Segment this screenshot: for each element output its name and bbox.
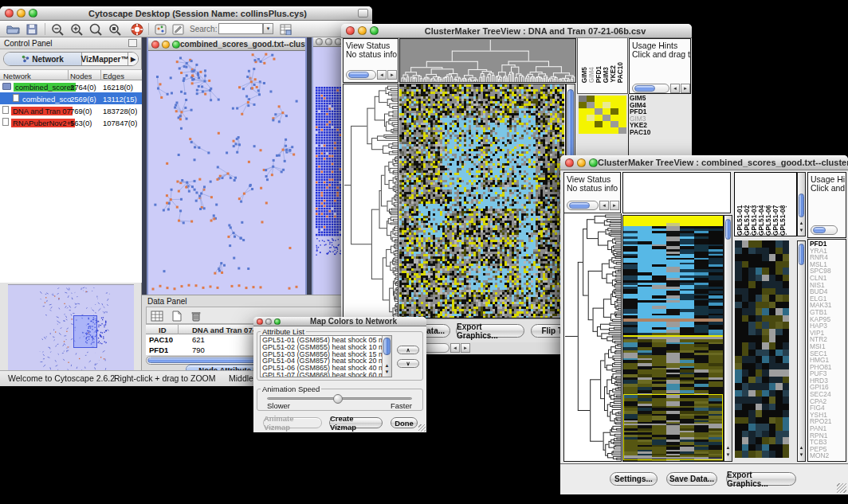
zoom-fit-icon[interactable] <box>88 22 104 36</box>
zoom-window-button[interactable] <box>172 41 180 49</box>
search-dropdown-button[interactable]: ▼ <box>263 23 273 34</box>
minimize-button[interactable] <box>358 26 367 35</box>
matrix-cell <box>603 96 610 102</box>
resize-grip[interactable] <box>837 483 846 493</box>
minimize-button[interactable] <box>17 9 26 18</box>
tab-more-button[interactable]: ▶ <box>128 53 138 65</box>
zoom-window-button[interactable] <box>274 318 281 325</box>
network-row-combined-scores-selected[interactable]: combined_sco 2569(6) 13112(15) <box>0 92 142 104</box>
network-row-combined-scores-parent[interactable]: combined_scores 2764(0) 16218(0) <box>0 80 142 92</box>
zoom-window-button[interactable] <box>589 158 598 167</box>
treeview2-column-labels-vscrollbar[interactable]: ▲ ▼ <box>797 172 806 236</box>
zoom-selected-icon[interactable] <box>107 22 123 36</box>
network-row-dna-tran[interactable]: DNA and Tran 07 769(0) 183728(0) <box>0 104 142 116</box>
help-lifebuoy-icon[interactable] <box>129 22 145 36</box>
delete-attribute-trash-icon[interactable] <box>188 309 204 322</box>
scroll-right-button[interactable]: ► <box>681 84 690 93</box>
network-canvas[interactable] <box>148 51 305 295</box>
resize-grip[interactable] <box>418 424 426 432</box>
save-data-button[interactable]: Save Data... <box>666 472 717 486</box>
float-panel-icon[interactable] <box>128 39 137 47</box>
scroll-left-button[interactable]: ◄ <box>670 84 680 93</box>
close-button[interactable] <box>316 38 323 45</box>
slider-thumb[interactable] <box>333 394 343 404</box>
column-label: PAC10 <box>617 62 624 83</box>
network-view-window-1[interactable]: combined_scores_good.txt--cluste... <box>147 37 307 296</box>
zoom-in-icon[interactable] <box>69 22 84 36</box>
scroll-left-button[interactable]: ◄ <box>450 343 460 353</box>
search-input[interactable] <box>218 23 263 34</box>
network-table-header[interactable]: Network Nodes Edges <box>0 69 142 80</box>
birdseye-view-icon[interactable] <box>152 22 168 36</box>
export-graphics-button[interactable]: Export Graphics... <box>456 324 524 338</box>
dialog-title-bar[interactable]: Map Colors to Network <box>253 317 426 326</box>
control-panel-title: Control Panel <box>4 39 53 48</box>
birdseye-selection-rect[interactable] <box>73 315 97 348</box>
new-attribute-icon[interactable] <box>169 309 185 322</box>
column-label: GIM3 <box>603 67 610 83</box>
tab-network[interactable]: Network <box>4 53 82 65</box>
annotation-icon[interactable] <box>170 22 186 36</box>
treeview2-zoom-vscrollbar[interactable]: ▲ ▼ <box>797 240 806 462</box>
close-button[interactable] <box>565 158 574 167</box>
matrix-cell <box>595 108 603 115</box>
close-button[interactable] <box>257 318 263 325</box>
zoom-out-icon[interactable] <box>49 22 65 36</box>
status-welcome: Welcome to Cytoscape 2.6.2 <box>8 373 115 383</box>
minimize-button[interactable] <box>577 158 586 167</box>
treeview2-usage-hints-panel: Usage Hints Click and drag to <box>807 172 846 238</box>
view-status-scrollbar[interactable] <box>346 70 376 80</box>
matrix-cell <box>595 121 603 127</box>
open-session-button[interactable] <box>5 22 21 36</box>
treeview2-zoom-heatmap[interactable] <box>735 240 789 458</box>
zoom-window-button[interactable] <box>370 26 379 35</box>
treeview1-title: ClusterMaker TreeView : DNA and Tran 07-… <box>379 26 692 36</box>
usage-hints-scrollbar[interactable] <box>632 84 669 93</box>
create-vizmap-button[interactable]: Create Vizmap <box>329 417 383 428</box>
toolbar-toggle-icon[interactable] <box>358 9 368 18</box>
save-session-button[interactable] <box>24 22 40 36</box>
animate-vizmap-button[interactable]: Animate Vizmap <box>263 417 322 428</box>
usage-hints-scrollbar[interactable] <box>811 225 838 235</box>
minimize-button[interactable] <box>162 41 170 49</box>
treeview1-row-dendrogram[interactable] <box>343 84 398 318</box>
scroll-left-button[interactable]: ◄ <box>599 201 609 210</box>
export-graphics-button[interactable]: Export Graphics... <box>726 472 796 486</box>
move-down-button[interactable]: ∨ <box>397 359 419 368</box>
move-up-button[interactable]: ∧ <box>397 346 419 354</box>
treeview2-title-bar[interactable]: ClusterMaker TreeView : combined_scores_… <box>560 155 848 170</box>
treeview1-heatmap[interactable] <box>399 84 566 318</box>
treeview1-title-bar[interactable]: ClusterMaker TreeView : DNA and Tran 07-… <box>341 24 692 38</box>
attribute-list[interactable]: GPL51-01 (GSM854) heat shock 05 minGPL51… <box>260 335 392 377</box>
treeview1-zoom-matrix[interactable] <box>579 96 626 134</box>
animation-speed-slider[interactable] <box>267 397 412 400</box>
select-attributes-icon[interactable] <box>149 309 165 322</box>
scroll-left-button[interactable]: ◄ <box>377 70 387 80</box>
close-button[interactable] <box>346 26 355 35</box>
treeview2-column-dendrogram[interactable] <box>622 172 731 213</box>
attribute-table-icon[interactable] <box>277 22 293 36</box>
scroll-right-button[interactable]: ► <box>387 70 397 80</box>
scroll-right-button[interactable]: ► <box>461 343 470 353</box>
network-file-icon <box>2 118 9 126</box>
close-button[interactable] <box>151 41 159 49</box>
settings-button[interactable]: Settings... <box>610 472 658 486</box>
attribute-list-scrollbar[interactable]: ▲ ▼ <box>382 336 391 377</box>
main-title-bar[interactable]: Cytoscape Desktop (Session Name: collins… <box>0 6 372 21</box>
treeview2-heatmap[interactable] <box>622 215 724 462</box>
tab-vizmapper[interactable]: VizMapper™ <box>82 53 128 65</box>
minimize-button[interactable] <box>265 318 272 325</box>
treeview1-column-dendrogram[interactable] <box>399 38 576 83</box>
matrix-cell <box>587 108 595 115</box>
minimize-button[interactable] <box>325 38 332 45</box>
treeview2-row-dendrogram[interactable] <box>563 213 622 462</box>
birdseye-view-panel[interactable] <box>8 284 134 374</box>
birdseye-canvas[interactable] <box>8 285 134 375</box>
done-button[interactable]: Done <box>391 417 418 428</box>
network-row-rnapuber[interactable]: RNAPuberNov2+I 563(0) 107847(0) <box>0 116 142 128</box>
close-button[interactable] <box>5 9 14 18</box>
zoom-window-button[interactable] <box>29 9 37 18</box>
scroll-right-button[interactable]: ► <box>610 201 619 210</box>
view-status-scrollbar[interactable] <box>567 201 599 210</box>
treeview2-heatmap-vscrollbar[interactable]: ▲ ▼ <box>724 215 732 462</box>
